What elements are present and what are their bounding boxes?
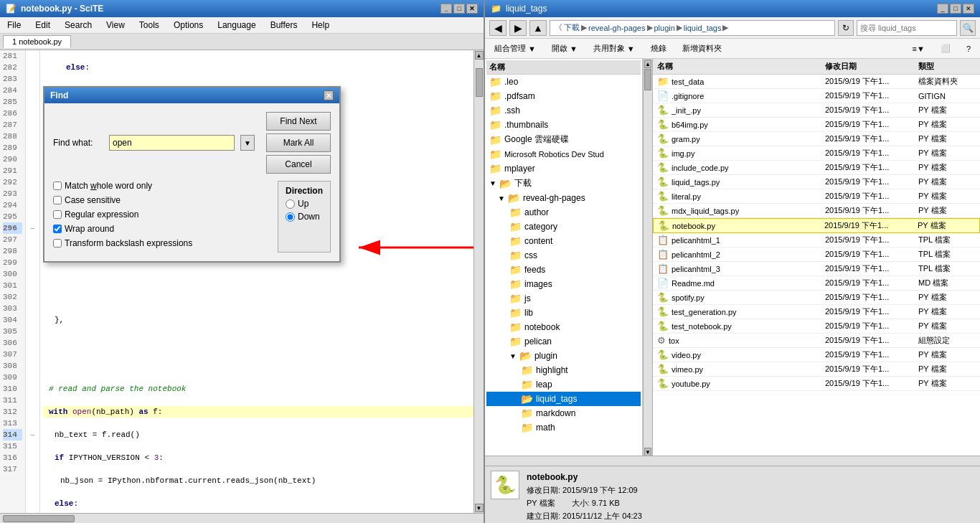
- direction-down-radio[interactable]: [286, 212, 295, 222]
- tree-highlight[interactable]: 📁 highlight: [486, 363, 641, 377]
- tree-ssh[interactable]: 📁 .ssh: [486, 103, 641, 118]
- file-row-gitignore[interactable]: 📄 .gitignore 2015/9/19 下午1... GITIGN: [653, 89, 980, 103]
- col-date-header[interactable]: 修改日期: [825, 61, 918, 72]
- file-row-init[interactable]: 🐍 _init_.py 2015/9/19 下午1... PY 檔案: [653, 103, 980, 118]
- refresh-button[interactable]: ↻: [838, 20, 854, 36]
- file-row-pelicanhtml1[interactable]: 📋 pelicanhtml_1 2015/9/19 下午1... TPL 檔案: [653, 233, 980, 248]
- breadcrumb-liquid[interactable]: liquid_tags: [684, 24, 722, 32]
- tree-js[interactable]: 📁 js: [486, 291, 641, 306]
- tree-content[interactable]: 📁 content: [486, 234, 641, 248]
- menu-edit[interactable]: Edit: [31, 19, 55, 32]
- tree-msrobotics[interactable]: 📁 Microsoft Robotics Dev Stud: [486, 147, 641, 161]
- file-row-youtube[interactable]: 🐍 youtube.py 2015/9/19 下午1... PY 檔案: [653, 377, 980, 391]
- tree-liquid-tags[interactable]: 📂 liquid_tags: [486, 392, 641, 406]
- tree-scrollbar[interactable]: ▲ ▼: [643, 59, 653, 456]
- vertical-scrollbar[interactable]: ▲ ▼: [473, 50, 484, 513]
- menu-options[interactable]: Options: [169, 19, 207, 32]
- file-row-video[interactable]: 🐍 video.py 2015/9/19 下午1... PY 檔案: [653, 348, 980, 362]
- case-sensitive-checkbox[interactable]: [53, 196, 62, 204]
- search-input[interactable]: [857, 20, 957, 36]
- tree-category[interactable]: 📁 category: [486, 220, 641, 234]
- file-row-vimeo[interactable]: 🐍 vimeo.py 2015/9/19 下午1... PY 檔案: [653, 362, 980, 377]
- tree-thumbnails[interactable]: 📁 .thumbnails: [486, 118, 641, 132]
- file-row-b64img[interactable]: 🐍 b64img.py 2015/9/19 下午1... PY 檔案: [653, 118, 980, 132]
- transform-backslash-checkbox[interactable]: [53, 239, 62, 248]
- toolbar-burn[interactable]: 燒錄: [646, 41, 672, 56]
- tree-plugin[interactable]: ▼ 📂 plugin: [486, 349, 641, 363]
- direction-up-radio[interactable]: [286, 199, 295, 209]
- file-row-test-generation[interactable]: 🐍 test_generation.py 2015/9/19 下午1... PY…: [653, 305, 980, 319]
- view-toggle[interactable]: ≡▼: [908, 42, 930, 55]
- find-dropdown-button[interactable]: ▼: [240, 135, 255, 151]
- explorer-maximize-button[interactable]: □: [950, 4, 961, 14]
- mark-all-button[interactable]: Mark All: [266, 133, 331, 152]
- menu-view[interactable]: View: [102, 19, 129, 32]
- file-row-readme[interactable]: 📄 Readme.md 2015/9/19 下午1... MD 檔案: [653, 276, 980, 291]
- tree-google[interactable]: 📁 Google 雲端硬碟: [486, 132, 641, 147]
- tree-pdfsam[interactable]: 📁 .pdfsam: [486, 89, 641, 103]
- breadcrumb-downloads[interactable]: 下載: [564, 22, 580, 33]
- address-bar[interactable]: 《 下載 ▶ reveal-gh-pages ▶ plugin ▶ liquid…: [550, 20, 835, 36]
- menu-language[interactable]: Language: [213, 19, 260, 32]
- maximize-button[interactable]: □: [453, 4, 465, 14]
- minimize-button[interactable]: _: [440, 4, 452, 14]
- file-row-gram[interactable]: 🐍 gram.py 2015/9/19 下午1... PY 檔案: [653, 132, 980, 146]
- wrap-around-checkbox[interactable]: [53, 225, 62, 233]
- forward-button[interactable]: ▶: [509, 20, 527, 36]
- up-button[interactable]: ▲: [529, 20, 547, 36]
- file-row-include-code[interactable]: 🐍 include_code.py 2015/9/19 下午1... PY 檔案: [653, 161, 980, 175]
- horizontal-scrollbar-explorer[interactable]: [485, 456, 980, 466]
- tree-markdown[interactable]: 📁 markdown: [486, 406, 641, 420]
- breadcrumb-reveal[interactable]: reveal-gh-pages: [588, 24, 646, 32]
- file-row-img[interactable]: 🐍 img.py 2015/9/19 下午1... PY 檔案: [653, 146, 980, 161]
- tree-pelican[interactable]: 📁 pelican: [486, 334, 641, 349]
- file-row-mdx-liquid[interactable]: 🐍 mdx_liquid_tags.py 2015/9/19 下午1... PY…: [653, 204, 980, 218]
- menu-search[interactable]: Search: [60, 19, 96, 32]
- tree-lib[interactable]: 📁 lib: [486, 306, 641, 320]
- file-row-liquid-tags-py[interactable]: 🐍 liquid_tags.py 2015/9/19 下午1... PY 檔案: [653, 175, 980, 189]
- menu-file[interactable]: File: [3, 19, 25, 32]
- tree-author[interactable]: 📁 author: [486, 205, 641, 220]
- menu-buffers[interactable]: Buffers: [266, 19, 302, 32]
- toolbar-open[interactable]: 開啟 ▼: [547, 41, 583, 56]
- cancel-button[interactable]: Cancel: [266, 155, 331, 174]
- close-button[interactable]: ✕: [466, 4, 478, 14]
- dialog-close-button[interactable]: ✕: [324, 90, 334, 100]
- tree-downloads[interactable]: ▼ 📂 下載: [486, 176, 641, 191]
- tab-notebook-py[interactable]: 1 notebook.py: [3, 35, 71, 48]
- tree-leo[interactable]: 📁 .leo: [486, 75, 641, 89]
- back-button[interactable]: ◀: [489, 20, 507, 36]
- match-whole-word-checkbox[interactable]: [53, 182, 62, 190]
- file-row-test-notebook[interactable]: 🐍 test_notebook.py 2015/9/19 下午1... PY 檔…: [653, 319, 980, 334]
- file-row-pelicanhtml3[interactable]: 📋 pelicanhtml_3 2015/9/19 下午1... TPL 檔案: [653, 262, 980, 276]
- col-name-header[interactable]: 名稱: [657, 61, 825, 72]
- tree-images[interactable]: 📁 images: [486, 277, 641, 291]
- file-row-test-data[interactable]: 📁 test_data 2015/9/19 下午1... 檔案資料夾: [653, 75, 980, 89]
- file-row-tox[interactable]: ⚙ tox 2015/9/19 下午1... 組態設定: [653, 334, 980, 348]
- explorer-close-button[interactable]: ✕: [963, 4, 974, 14]
- help-button[interactable]: ?: [961, 42, 976, 55]
- tree-css[interactable]: 📁 css: [486, 248, 641, 263]
- toolbar-new-folder[interactable]: 新增資料夾: [677, 41, 727, 56]
- tree-reveal[interactable]: ▼ 📂 reveal-gh-pages: [486, 191, 641, 205]
- tree-math[interactable]: 📁 math: [486, 420, 641, 435]
- file-row-spotify[interactable]: 🐍 spotify.py 2015/9/19 下午1... PY 檔案: [653, 291, 980, 305]
- file-row-pelicanhtml2[interactable]: 📋 pelicanhtml_2 2015/9/19 下午1... TPL 檔案: [653, 248, 980, 262]
- preview-toggle[interactable]: ⬜: [936, 42, 956, 55]
- file-row-literal[interactable]: 🐍 literal.py 2015/9/19 下午1... PY 檔案: [653, 189, 980, 204]
- tree-notebook-folder[interactable]: 📁 notebook: [486, 320, 641, 334]
- col-type-header[interactable]: 類型: [918, 61, 976, 72]
- find-what-input[interactable]: [109, 135, 235, 151]
- search-button[interactable]: 🔍: [960, 20, 976, 36]
- menu-help[interactable]: Help: [307, 19, 334, 32]
- tree-feeds[interactable]: 📁 feeds: [486, 263, 641, 277]
- explorer-minimize-button[interactable]: _: [937, 4, 948, 14]
- toolbar-share[interactable]: 共用對象 ▼: [588, 41, 640, 56]
- regular-expression-checkbox[interactable]: [53, 210, 62, 219]
- find-next-button[interactable]: Find Next: [266, 112, 331, 131]
- file-row-notebook-py[interactable]: 🐍 notebook.py 2015/9/19 下午1... PY 檔案: [653, 218, 980, 233]
- tree-leap[interactable]: 📁 leap: [486, 377, 641, 392]
- horizontal-scrollbar[interactable]: [0, 513, 484, 523]
- tree-mplayer[interactable]: 📁 mplayer: [486, 161, 641, 176]
- menu-tools[interactable]: Tools: [135, 19, 164, 32]
